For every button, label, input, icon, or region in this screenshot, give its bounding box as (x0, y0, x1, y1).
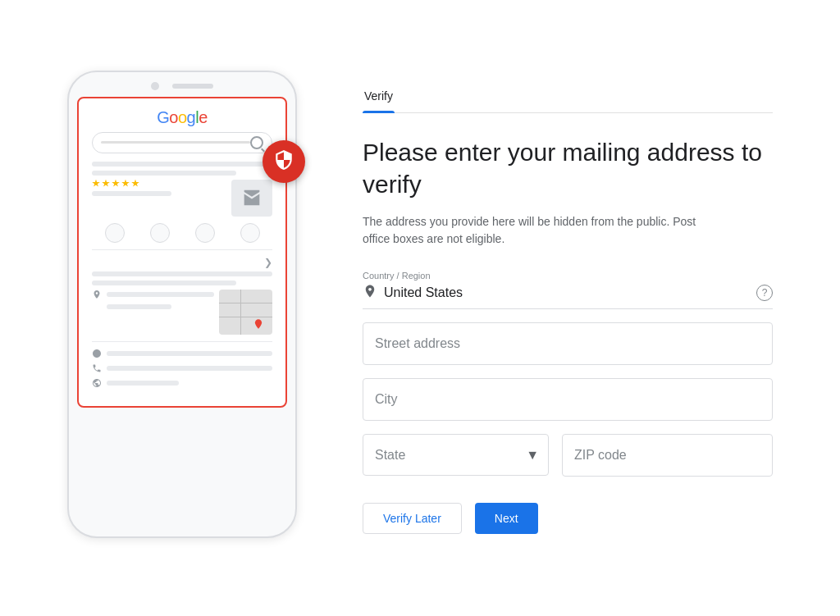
phone-search-btn (250, 136, 263, 149)
phone-content-row (92, 162, 272, 167)
phone-icon-directions (150, 223, 170, 243)
phone-listing-left (92, 180, 225, 200)
phone-icon-share (240, 223, 260, 243)
phone-listing (92, 180, 272, 217)
phone-content-row (107, 351, 272, 356)
verify-later-button[interactable]: Verify Later (363, 503, 462, 534)
phone-search-bar (92, 132, 272, 153)
phone-content-row (92, 271, 272, 276)
shield-badge (262, 140, 305, 183)
state-zip-row: State ▼ (363, 434, 773, 477)
form-description: The address you provide here will be hid… (363, 213, 724, 248)
phone-action-icons (92, 223, 272, 243)
phone-map-section (92, 290, 272, 335)
phone-search-line (101, 141, 250, 144)
location-pin-icon (363, 284, 377, 302)
phone-content-row (92, 191, 171, 196)
phone-website-row (92, 378, 272, 388)
phone-speaker (172, 84, 213, 89)
shield-icon (273, 149, 294, 174)
phone-body: Google (67, 71, 297, 538)
country-row: United States ? (363, 284, 773, 309)
phone-content-row (107, 304, 171, 309)
form-title: Please enter your mailing address to ver… (363, 136, 773, 200)
state-select[interactable]: State (363, 434, 549, 476)
phone-hours-row (92, 349, 272, 358)
phone-number-row (92, 363, 272, 373)
phone-mockup: Google (67, 71, 313, 546)
help-icon[interactable]: ? (756, 285, 773, 301)
phone-icon-call (105, 223, 125, 243)
country-value: United States (384, 285, 750, 300)
country-section: Country / Region United States ? (363, 271, 773, 309)
star-rating (92, 180, 225, 188)
zip-code-input[interactable] (562, 434, 773, 477)
phone-chevron: ❯ (92, 257, 272, 268)
phone-address-row (92, 290, 214, 299)
state-select-wrapper: State ▼ (363, 434, 549, 477)
phone-top-bar (69, 72, 295, 97)
page-container: Google (0, 0, 840, 616)
city-input[interactable] (363, 378, 773, 421)
tab-row: Verify (363, 83, 773, 113)
form-footer: Verify Later Next (363, 503, 773, 534)
phone-content-row (107, 292, 214, 297)
phone-content-row (107, 381, 179, 386)
street-address-input[interactable] (363, 322, 773, 365)
next-button[interactable]: Next (475, 503, 538, 534)
country-label: Country / Region (363, 271, 773, 281)
form-container: Verify Please enter your mailing address… (363, 66, 773, 550)
phone-screen: Google (77, 97, 287, 408)
phone-content-row (107, 366, 272, 371)
phone-content-row (92, 171, 236, 176)
phone-icon-save (195, 223, 215, 243)
phone-camera (151, 82, 159, 90)
phone-divider (92, 341, 272, 342)
phone-content-row (92, 281, 236, 285)
phone-map-left (92, 290, 214, 335)
phone-store-img (231, 180, 272, 217)
phone-map-thumbnail (219, 290, 272, 335)
phone-divider (92, 249, 272, 250)
google-logo: Google (92, 102, 272, 132)
tab-verify[interactable]: Verify (363, 83, 395, 112)
